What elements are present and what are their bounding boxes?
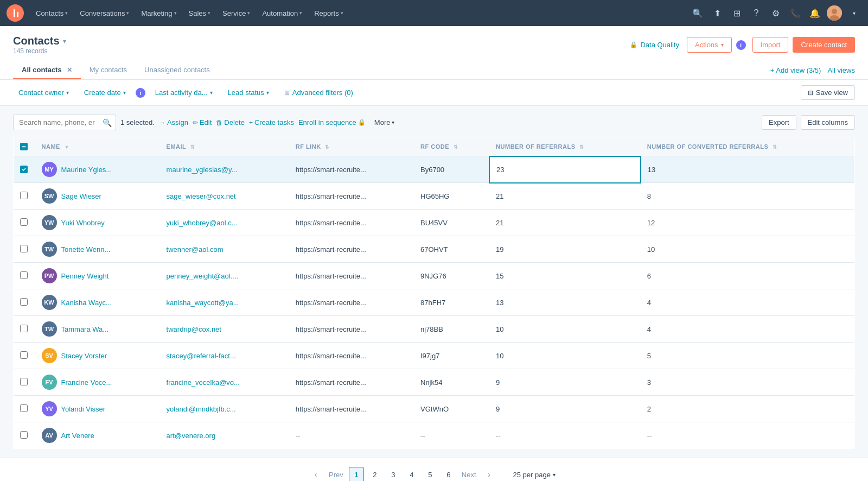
contact-email-link[interactable]: stacey@referral-fact... [167, 352, 236, 360]
contact-email-link[interactable]: francine_vocelka@vo... [167, 378, 240, 387]
hubspot-logo[interactable] [7, 4, 24, 22]
tab-all-contacts-close-icon[interactable]: ✕ [67, 66, 72, 74]
page-2-button[interactable]: 2 [367, 467, 382, 481]
email-header[interactable]: EMAIL ⇅ [160, 137, 289, 156]
nav-marketing[interactable]: Marketing ▾ [136, 6, 182, 21]
contact-name-link[interactable]: Stacey Vorster [61, 352, 107, 360]
upgrade-icon[interactable]: ⬆ [710, 5, 725, 21]
row-checkbox[interactable] [20, 245, 28, 252]
row-checkbox-cell[interactable] [14, 289, 35, 316]
row-checkbox[interactable] [20, 404, 28, 412]
data-quality-button[interactable]: 🔒 Data Quality [627, 39, 682, 51]
contact-email-link[interactable]: kanisha_waycott@ya... [167, 299, 239, 307]
contact-name-link[interactable]: Yolandi Visser [61, 405, 106, 413]
row-checkbox-cell[interactable] [14, 183, 35, 210]
row-checkbox[interactable] [20, 378, 28, 385]
create-tasks-button[interactable]: + Create tasks [249, 118, 294, 126]
contact-owner-filter[interactable]: Contact owner ▾ [13, 86, 74, 99]
contact-name-link[interactable]: Penney Weight [61, 272, 109, 280]
nav-automation[interactable]: Automation ▾ [257, 6, 308, 21]
export-button[interactable]: Export [762, 115, 796, 130]
per-page-selector[interactable]: 25 per page ▾ [509, 469, 560, 481]
account-chevron-icon[interactable]: ▾ [846, 5, 861, 21]
row-checkbox-cell[interactable] [14, 343, 35, 369]
contact-email-link[interactable]: sage_wieser@cox.net [167, 192, 236, 200]
search-icon[interactable]: 🔍 [103, 118, 112, 127]
contact-email-link[interactable]: art@venere.org [167, 432, 216, 440]
name-header[interactable]: NAME ▼ [35, 137, 160, 156]
contact-name-link[interactable]: Francine Voce... [61, 378, 112, 387]
row-checkbox-cell[interactable] [14, 210, 35, 236]
delete-button[interactable]: 🗑 Delete [216, 118, 245, 126]
contact-name-link[interactable]: Sage Wieser [61, 192, 101, 200]
create-date-filter[interactable]: Create date ▾ [79, 86, 131, 99]
nav-sales[interactable]: Sales ▾ [183, 6, 216, 21]
contact-name-link[interactable]: Tammara Wa... [61, 325, 109, 333]
create-date-info-badge[interactable]: i [136, 88, 145, 98]
nav-conversations[interactable]: Conversations ▾ [74, 6, 135, 21]
contact-name-link[interactable]: Art Venere [61, 432, 94, 440]
lead-status-filter[interactable]: Lead status ▾ [222, 86, 275, 99]
contact-email-link[interactable]: twenner@aol.com [167, 245, 224, 254]
contact-email-link[interactable]: yolandi@mndkbjfb.c... [167, 405, 236, 413]
user-avatar[interactable] [827, 5, 842, 21]
save-view-button[interactable]: ⊟ Save view [801, 85, 855, 100]
row-checkbox-cell[interactable] [14, 369, 35, 396]
row-checkbox[interactable] [20, 351, 28, 359]
select-all-header[interactable] [14, 137, 35, 156]
marketplace-icon[interactable]: ⊞ [729, 5, 744, 21]
page-4-button[interactable]: 4 [404, 467, 419, 481]
last-activity-filter[interactable]: Last activity da... ▾ [150, 86, 218, 99]
contact-email-link[interactable]: twardrip@cox.net [167, 325, 221, 333]
phone-icon[interactable]: 📞 [788, 5, 803, 21]
advanced-filters-button[interactable]: ⊞ Advanced filters (0) [279, 86, 359, 99]
indeterminate-checkbox[interactable] [20, 143, 28, 150]
notifications-icon[interactable]: 🔔 [807, 5, 822, 21]
contact-name-link[interactable]: Tonette Wenn... [61, 245, 111, 254]
row-checkbox-cell[interactable] [14, 156, 35, 183]
checked-checkbox[interactable] [20, 166, 28, 173]
page-title-chevron-icon[interactable]: ▾ [63, 37, 66, 45]
edit-button[interactable]: ✏ Edit [193, 118, 212, 126]
next-page-arrow[interactable]: › [482, 467, 497, 481]
row-checkbox-cell[interactable] [14, 236, 35, 263]
add-view-button[interactable]: + Add view (3/5) [770, 66, 821, 74]
rfcode-header[interactable]: RF CODE ⇅ [414, 137, 489, 156]
actions-button[interactable]: Actions ▾ [687, 37, 732, 53]
row-checkbox[interactable] [20, 298, 28, 306]
settings-icon[interactable]: ⚙ [768, 5, 783, 21]
edit-columns-button[interactable]: Edit columns [801, 115, 855, 130]
nav-reports[interactable]: Reports ▾ [309, 6, 349, 21]
all-views-button[interactable]: All views [827, 66, 855, 74]
more-button[interactable]: More ▾ [370, 116, 399, 129]
search-input[interactable] [13, 115, 116, 130]
row-checkbox[interactable] [20, 271, 28, 279]
contact-email-link[interactable]: maurine_yglesias@y... [167, 166, 238, 174]
row-checkbox-cell[interactable] [14, 263, 35, 289]
converted-header[interactable]: NUMBER OF CONVERTED REFERRALS ⇅ [641, 137, 855, 156]
search-icon[interactable]: 🔍 [690, 5, 705, 21]
row-checkbox[interactable] [20, 325, 28, 332]
row-checkbox-cell[interactable] [14, 316, 35, 343]
contact-name-link[interactable]: Maurine Ygles... [61, 166, 112, 174]
row-checkbox-cell[interactable] [14, 396, 35, 422]
tab-my-contacts[interactable]: My contacts [81, 61, 136, 79]
nav-service[interactable]: Service ▾ [217, 6, 256, 21]
tab-all-contacts[interactable]: All contacts ✕ [13, 61, 81, 79]
page-6-button[interactable]: 6 [441, 467, 456, 481]
enroll-sequence-button[interactable]: Enroll in sequence 🔒 [298, 118, 366, 126]
prev-label[interactable]: Prev [327, 471, 346, 479]
prev-page-arrow[interactable]: ‹ [308, 467, 323, 481]
page-3-button[interactable]: 3 [386, 467, 401, 481]
referrals-header[interactable]: NUMBER OF REFERRALS ⇅ [489, 137, 641, 156]
page-1-button[interactable]: 1 [349, 467, 364, 481]
row-checkbox-cell[interactable] [14, 422, 35, 449]
contact-name-link[interactable]: Yuki Whobrey [61, 219, 105, 227]
help-icon[interactable]: ? [749, 5, 764, 21]
contact-name-link[interactable]: Kanisha Wayc... [61, 299, 112, 307]
row-checkbox[interactable] [20, 431, 28, 439]
actions-info-badge[interactable]: i [736, 40, 746, 50]
page-5-button[interactable]: 5 [423, 467, 438, 481]
contact-email-link[interactable]: penney_weight@aol.... [167, 272, 238, 280]
nav-contacts[interactable]: Contacts ▾ [30, 6, 73, 21]
